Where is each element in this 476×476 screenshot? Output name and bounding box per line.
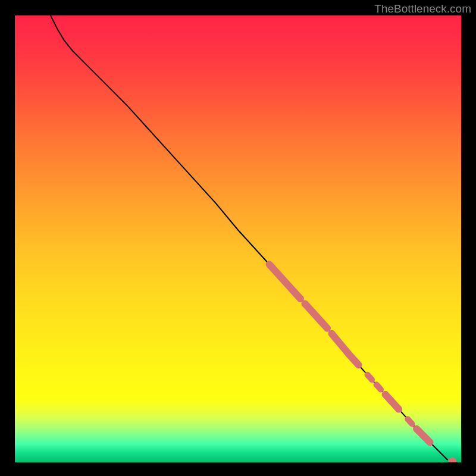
- highlighted-segments: [270, 264, 430, 442]
- highlight-segment: [270, 264, 301, 299]
- highlight-segment: [416, 429, 430, 443]
- highlight-segment: [377, 384, 381, 389]
- highlight-segment: [305, 303, 328, 328]
- highlight-segment: [386, 394, 399, 409]
- chart-plot-area: [15, 15, 461, 462]
- chart-svg: [15, 15, 461, 462]
- end-point-marker: [448, 458, 456, 463]
- highlight-segment: [332, 334, 359, 365]
- watermark-text: TheBottleneck.com: [374, 2, 471, 15]
- highlight-segment: [408, 419, 412, 424]
- highlight-segment: [368, 375, 372, 380]
